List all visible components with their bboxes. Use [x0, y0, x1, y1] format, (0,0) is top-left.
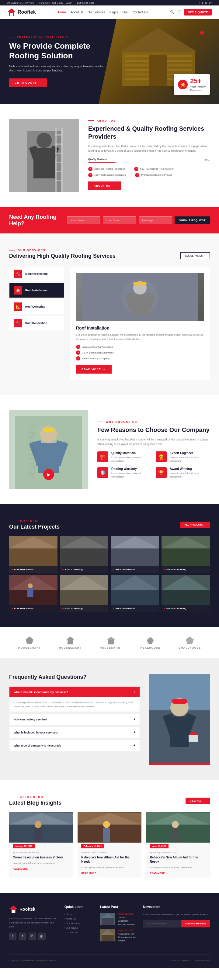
portfolio-item-8[interactable]: Modified Roofing — [161, 575, 210, 612]
view-all-button[interactable]: VIEW ALL → — [185, 798, 210, 804]
why-feature-title: Expert Engineer — [170, 452, 210, 455]
footer-post-1: August 25, 2021 Correct Execution Ensure… — [100, 913, 137, 926]
service-roof-cornering[interactable]: 📐 Roof Cornering — [9, 299, 64, 314]
service-label: Roof Installation — [25, 289, 47, 292]
portfolio-item-2[interactable]: Roof Cornering — [60, 536, 108, 573]
social-twitter-icon[interactable]: t — [202, 1, 203, 4]
blog-post-desc-1: Lorem ipsum dolor sit amet consectetur — [13, 861, 69, 865]
why-feature-title: Roofing Warranty — [111, 467, 152, 471]
nav-about[interactable]: About Us — [71, 11, 83, 14]
portfolio-item-5[interactable]: Roof Renovation — [9, 575, 58, 612]
cta-email-input[interactable] — [103, 216, 136, 224]
footer-link-about[interactable]: › About Us — [64, 917, 94, 920]
get-quote-button[interactable]: GET A QUOTE — [184, 9, 212, 16]
portfolio-label-text: Roof Renovation — [14, 568, 34, 571]
faq-question-3[interactable]: What is included in your services? + — [10, 727, 140, 738]
subscribe-button[interactable]: SUBSCRIBE NOW — [182, 920, 210, 928]
service-modified-roofing[interactable]: 🔧 Modified Roofing — [9, 267, 64, 281]
nav-pages[interactable]: Pages — [110, 11, 118, 14]
about-cta-button[interactable]: ABOUT US → — [88, 181, 121, 190]
blog-grid: January 15, 2019 By admin | Modified Roo… — [9, 812, 210, 878]
portfolio-label-text: Modified Roofing — [166, 607, 186, 610]
services-label: OUR SERVICES — [18, 249, 46, 252]
service-label: Roof Renovation — [25, 321, 47, 325]
svg-rect-35 — [43, 428, 54, 432]
footer-link-home[interactable]: › Home — [64, 913, 94, 916]
svg-rect-28 — [133, 282, 147, 285]
footer-google-icon[interactable]: g+ — [38, 932, 46, 940]
blog-title: Latest Blog Insights — [9, 800, 61, 806]
about-feature-2: ✓ 100% Satisfaction Guarantee — [88, 173, 126, 177]
portfolio-item-4[interactable]: Modified Roofing — [161, 536, 210, 573]
social-linkedin-icon[interactable]: in — [205, 1, 207, 4]
footer-link-contact[interactable]: › Contact Us — [64, 931, 94, 934]
service-roof-installation[interactable]: 🏠 Roof Installation — [9, 283, 64, 298]
service-roof-renovation[interactable]: 🔨 Roof Renovation — [9, 316, 64, 331]
svg-rect-21 — [55, 153, 63, 154]
terms-link[interactable]: Terms & Conditions — [169, 959, 190, 962]
badge-star-icon: ⭐ — [178, 80, 188, 89]
portfolio-item-3[interactable]: Roof Installation — [111, 536, 159, 573]
cta-message-input[interactable] — [139, 216, 172, 224]
nav-contact[interactable]: Contact Us — [133, 11, 147, 14]
footer-col-about: Rooftek It is a long established fact th… — [9, 905, 58, 945]
search-icon[interactable]: 🔍 — [170, 10, 174, 14]
portfolio-label-text: Roof Installation — [115, 607, 135, 610]
all-projects-button[interactable]: ALL PROJECTS › — [181, 522, 210, 528]
blog-card-1: January 15, 2019 By admin | Modified Roo… — [9, 812, 73, 878]
blog-meta-2: By admin | Roof Installation — [81, 851, 137, 854]
hero-title: We Provide Complete Roofing Solution — [9, 41, 107, 60]
nav-services[interactable]: Our Services — [88, 11, 105, 14]
play-button[interactable]: ▶ — [43, 469, 54, 480]
footer-link-teams[interactable]: › Our Teams — [64, 926, 94, 929]
svg-marker-74 — [186, 636, 194, 644]
cta-form: SUBMIT REQUEST — [67, 216, 210, 224]
svg-rect-104 — [102, 918, 114, 925]
navbar: Rooftek Home About Us Our Services Pages… — [0, 5, 219, 19]
hero-cta-button[interactable]: GET A QUOTE → — [9, 78, 47, 87]
blog-meta-1: By admin | Modified Roofing — [13, 851, 69, 854]
svg-rect-20 — [55, 143, 63, 145]
cta-name-input[interactable] — [67, 216, 101, 224]
svg-rect-94 — [103, 828, 110, 842]
footer-linkedin-icon[interactable]: in — [29, 932, 36, 940]
service-read-more-button[interactable]: READ MORE → — [76, 365, 112, 374]
why-feature-expert-engineer: 👷 Expert Engineer Lorem ipsum dolor sit … — [156, 452, 210, 463]
blog-date-1: January 15, 2019 — [13, 844, 35, 848]
portfolio-item-6[interactable]: Roof Cornering — [60, 575, 108, 612]
services-title: Delivering High Quality Roofing Services — [9, 253, 115, 259]
social-google-icon[interactable]: g+ — [209, 1, 212, 4]
services-section: OUR SERVICES Delivering High Quality Roo… — [0, 234, 219, 395]
hero-description: Nulla condimentum lorem eros vulputinate… — [9, 64, 107, 73]
why-feature-quality-materials: 🏗️ Quality Materials Lorem ipsum dolor s… — [98, 452, 152, 463]
read-more-3[interactable]: READ MORE → — [150, 872, 206, 875]
portfolio-section: PORTFOLIO Our Latest Projects ALL PROJEC… — [0, 504, 219, 627]
nav-blog[interactable]: Blog — [122, 11, 128, 14]
social-facebook-icon[interactable]: f — [200, 1, 200, 4]
portfolio-item-1[interactable]: Roof Renovation — [9, 536, 58, 573]
footer-newsletter-title: Newsletter — [143, 905, 210, 908]
portfolio-label-text: Roof Cornering — [65, 568, 83, 571]
about-description: It is a long established fact that a rea… — [88, 144, 210, 153]
all-services-button[interactable]: ALL SERVICES › — [181, 252, 210, 259]
faq-image — [149, 674, 210, 765]
nav-links: Home About Us Our Services Pages Blog Co… — [58, 11, 148, 14]
footer-link-services[interactable]: › Our Services — [64, 922, 94, 925]
cta-submit-button[interactable]: SUBMIT REQUEST — [174, 216, 210, 224]
read-more-1[interactable]: READ MORE → — [13, 867, 69, 870]
blog-post-desc-2: Lorem ipsum dolor sit amet consectetur — [81, 866, 137, 869]
newsletter-email-input[interactable] — [143, 920, 182, 928]
arrow-icon: → — [203, 799, 206, 802]
menu-icon[interactable]: ☰ — [177, 10, 181, 14]
footer-twitter-icon[interactable]: t — [19, 932, 26, 940]
faq-question-4[interactable]: What type of company is measured? + — [10, 740, 140, 751]
read-more-2[interactable]: READ MORE → — [81, 872, 137, 875]
about-feature-1: ✓ Accurate Roofing Processes — [88, 167, 125, 171]
nav-home[interactable]: Home — [58, 11, 67, 14]
faq-question-1[interactable]: Where should I incorporate my business? … — [10, 687, 140, 697]
portfolio-item-7[interactable]: Roof Installation — [111, 575, 159, 612]
privacy-link[interactable]: Privacy Policy — [195, 959, 210, 962]
footer-facebook-icon[interactable]: f — [9, 932, 16, 940]
faq-section: Frequently Asked Questions? Where should… — [0, 659, 219, 780]
faq-question-2[interactable]: How can I safety use fire? + — [10, 714, 140, 725]
